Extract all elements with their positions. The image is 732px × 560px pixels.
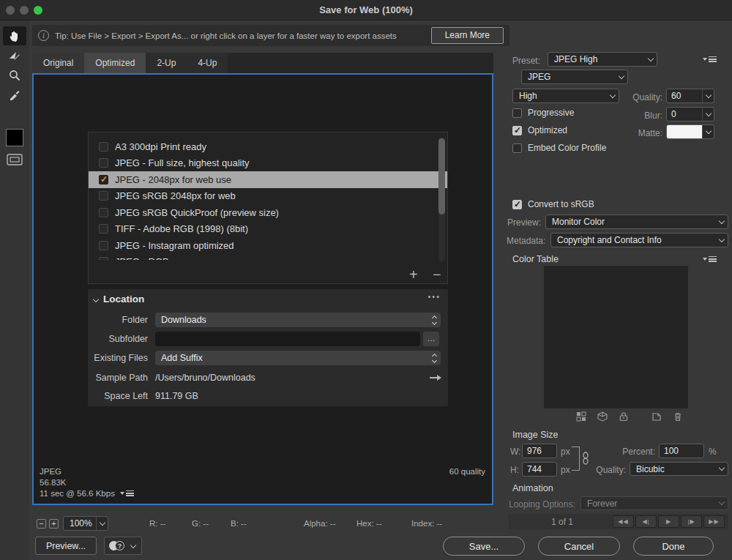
color-table-title: Color Table	[512, 254, 559, 264]
location-menu-button[interactable]: •••	[427, 292, 441, 301]
compression-quality-dropdown[interactable]: High	[512, 89, 619, 103]
remove-recipe-button[interactable]: −	[433, 267, 441, 282]
recipe-checkbox[interactable]	[99, 241, 108, 250]
quality-value: 60	[667, 89, 702, 102]
recipe-row[interactable]: TIFF - Adobe RGB (1998) (8bit)	[89, 221, 447, 238]
save-button[interactable]: Save...	[443, 537, 525, 556]
open-path-arrow-icon[interactable]	[430, 377, 438, 378]
recipe-row[interactable]: JPEG sRGB 2048px for web	[89, 188, 447, 205]
existing-files-popup[interactable]: Add Suffix	[155, 351, 441, 365]
recipes-scrollbar[interactable]	[438, 137, 445, 261]
recipe-row[interactable]: JPEG - Full size, highest quality	[89, 155, 447, 172]
tab-4up[interactable]: 4-Up	[187, 53, 228, 73]
looping-options-value: Forever	[581, 499, 715, 509]
settings-panel-menu-icon[interactable]	[703, 56, 717, 62]
preview-value: Monitor Color	[546, 217, 715, 227]
preset-label: Preset:	[512, 56, 540, 66]
dither-icon[interactable]	[576, 411, 586, 422]
done-button[interactable]: Done	[633, 537, 714, 556]
recipe-checkbox[interactable]	[99, 191, 108, 201]
status-format: JPEG	[40, 467, 61, 476]
play-button[interactable]: ▶	[658, 515, 679, 528]
matte-swatch-dropdown[interactable]	[666, 124, 714, 139]
lock-icon[interactable]	[619, 411, 629, 422]
blur-field[interactable]: 0	[666, 107, 714, 122]
recipe-row[interactable]: JPEG - RGB	[89, 254, 447, 261]
recipe-row[interactable]: A3 300dpi Print ready	[89, 138, 447, 155]
trash-icon[interactable]	[673, 411, 683, 422]
optimized-checkbox[interactable]	[512, 126, 522, 135]
preset-value: JPEG High	[548, 54, 644, 64]
popup-stepper-icon	[433, 316, 436, 324]
cancel-button[interactable]: Cancel	[538, 537, 620, 556]
zoom-out-button[interactable]: −	[37, 519, 46, 529]
convert-srgb-checkbox[interactable]	[512, 200, 522, 209]
recipe-row[interactable]: JPEG - Instagram optimized	[89, 237, 447, 254]
recipe-checkbox[interactable]	[99, 158, 108, 168]
recipe-label: A3 300dpi Print ready	[115, 141, 206, 152]
chain-link-icon[interactable]	[582, 452, 589, 465]
slice-select-tool-button[interactable]	[3, 47, 26, 66]
resample-quality-dropdown[interactable]: Bicubic	[630, 462, 728, 476]
subfolder-input[interactable]	[155, 332, 420, 346]
width-field[interactable]: 976	[522, 444, 557, 458]
width-unit: px	[561, 447, 570, 457]
browser-select-button[interactable]	[104, 537, 142, 555]
looping-options-dropdown[interactable]: Forever	[580, 496, 728, 510]
zoom-level-value: 100%	[64, 518, 96, 529]
hand-tool-button[interactable]	[3, 26, 26, 45]
new-color-icon[interactable]	[651, 411, 662, 422]
preset-dropdown[interactable]: JPEG High	[548, 52, 657, 67]
next-frame-button[interactable]: |▶	[681, 515, 702, 528]
embed-color-profile-checkbox[interactable]	[512, 143, 522, 153]
width-value: 976	[523, 444, 556, 458]
preview-in-browser-button[interactable]: Preview...	[35, 537, 97, 555]
zoom-level-dropdown[interactable]: 100%	[63, 516, 108, 531]
format-dropdown[interactable]: JPEG	[521, 70, 628, 84]
recipe-checkbox[interactable]	[99, 208, 108, 217]
recipe-row[interactable]: JPEG - 2048px for web use	[89, 171, 447, 188]
recipe-row[interactable]: JPEG sRGB QuickProof (preview size)	[89, 204, 447, 221]
tab-2up[interactable]: 2-Up	[146, 53, 187, 73]
percent-unit: %	[709, 447, 717, 457]
tip-text: Tip: Use File > Export > Export As... or…	[55, 31, 397, 40]
percent-label: Percent:	[619, 447, 655, 457]
sample-path-label: Sample Path	[88, 373, 148, 383]
first-frame-button[interactable]: ◀◀	[613, 515, 634, 528]
recipe-checkbox[interactable]	[99, 257, 108, 260]
height-field[interactable]: 744	[522, 462, 557, 477]
recipe-checkbox[interactable]	[99, 224, 108, 234]
magnifier-icon	[8, 69, 21, 82]
browser-menu-chevron[interactable]	[124, 545, 141, 548]
sample-path-value: /Users/bruno/Downloads	[155, 373, 430, 383]
web-shift-cube-icon[interactable]	[597, 411, 608, 422]
download-time-menu-icon[interactable]	[120, 490, 134, 496]
optimized-preview[interactable]: A3 300dpi Print readyJPEG - Full size, h…	[32, 73, 493, 505]
folder-popup[interactable]: Downloads	[155, 313, 441, 327]
learn-more-button[interactable]: Learn More	[431, 27, 504, 44]
toggle-slices-visibility-button[interactable]	[6, 152, 23, 167]
add-recipe-button[interactable]: +	[409, 267, 418, 282]
tab-optimized[interactable]: Optimized	[84, 53, 146, 73]
quality-field[interactable]: 60	[666, 89, 714, 103]
scrollbar-thumb[interactable]	[438, 138, 445, 214]
subfolder-label: Subfolder	[88, 334, 148, 344]
metadata-dropdown[interactable]: Copyright and Contact Info	[550, 233, 728, 247]
eyedropper-color-swatch[interactable]	[6, 129, 23, 146]
percent-field[interactable]: 100	[659, 444, 704, 458]
zoom-tool-button[interactable]	[3, 66, 26, 85]
browse-subfolder-button[interactable]: …	[423, 332, 439, 346]
preview-dropdown[interactable]: Monitor Color	[545, 214, 728, 229]
recipe-checkbox[interactable]	[99, 175, 108, 184]
color-table-menu-icon[interactable]	[703, 256, 717, 262]
recipe-checkbox[interactable]	[99, 142, 108, 152]
progressive-checkbox[interactable]	[512, 108, 522, 118]
readout-b: B: --	[231, 519, 247, 528]
previous-frame-button[interactable]: ◀|	[635, 515, 657, 528]
zoom-in-button[interactable]: +	[49, 519, 59, 529]
last-frame-button[interactable]: ▶▶	[703, 515, 725, 528]
tab-original[interactable]: Original	[32, 53, 84, 73]
collapse-chevron-icon[interactable]	[93, 296, 99, 302]
folder-row: Folder Downloads	[88, 313, 448, 327]
eyedropper-tool-button[interactable]	[3, 85, 26, 104]
